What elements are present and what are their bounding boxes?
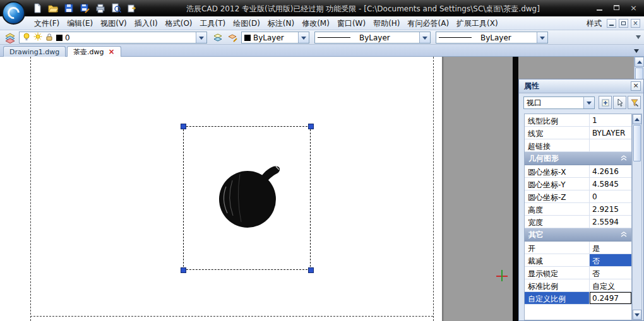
publish-icon[interactable] <box>126 3 138 14</box>
select-objects-button[interactable] <box>613 96 626 109</box>
property-value[interactable]: 2.5594 <box>590 216 631 228</box>
property-row-lineweight[interactable]: 线宽 BYLAYER <box>525 127 631 139</box>
plot-preview-icon[interactable] <box>110 3 122 14</box>
quick-select-button[interactable] <box>628 96 641 109</box>
collapse-icon[interactable] <box>620 155 628 161</box>
menu-item-insert[interactable]: 插入(I) <box>131 16 162 30</box>
new-file-icon[interactable] <box>32 3 43 14</box>
dropdown-arrow-icon[interactable] <box>537 32 547 43</box>
scroll-up-button[interactable] <box>633 114 641 124</box>
property-row-display-locked[interactable]: 显示锁定 否 <box>525 267 631 279</box>
plot-icon[interactable] <box>95 3 106 14</box>
menu-item-express-tools[interactable]: 扩展工具(X) <box>453 16 502 30</box>
property-value[interactable] <box>590 139 631 151</box>
scroll-up-button[interactable] <box>635 57 644 67</box>
object-type-combo[interactable]: 视口 <box>523 96 595 109</box>
scroll-down-button[interactable] <box>633 310 641 320</box>
section-header-geometry[interactable]: 几何图形 <box>525 152 631 165</box>
doc-close-button[interactable]: × <box>631 19 640 28</box>
maximize-button[interactable] <box>610 3 623 13</box>
property-value[interactable]: 自定义 <box>590 279 631 291</box>
tab-teapot[interactable]: 茶壶.dwg × <box>67 46 121 57</box>
drawing-canvas[interactable]: 属性 × 视口 <box>0 57 644 321</box>
menu-item-window[interactable]: 窗口(W) <box>333 16 369 30</box>
arrow-up-icon <box>635 115 640 121</box>
layer-on-bulb-icon[interactable] <box>22 32 31 43</box>
open-file-icon[interactable] <box>47 3 59 14</box>
property-row-hyperlink[interactable]: 超链接 <box>525 139 631 152</box>
menu-item-view[interactable]: 视图(V) <box>97 16 131 30</box>
app-logo-icon[interactable] <box>2 1 25 25</box>
menu-item-tools[interactable]: 工具(T) <box>196 16 230 30</box>
property-row-standard-scale[interactable]: 标准比例 自定义 <box>525 279 631 292</box>
grip-bottom-right[interactable] <box>308 267 314 273</box>
property-row-center-x[interactable]: 圆心坐标-X 4.2616 <box>525 165 631 178</box>
property-row-on[interactable]: 开 是 <box>525 242 631 254</box>
properties-panel-header[interactable]: 属性 × <box>519 79 643 93</box>
property-value[interactable]: 4.2616 <box>590 165 631 177</box>
collapse-icon[interactable] <box>620 231 628 238</box>
minimize-icon <box>597 9 602 11</box>
doc-minimize-button[interactable] <box>607 19 616 28</box>
menu-item-draw[interactable]: 绘图(D) <box>229 16 264 30</box>
tab-close-icon[interactable]: × <box>108 47 114 56</box>
panel-close-button[interactable]: × <box>631 81 641 91</box>
property-value[interactable]: 否 <box>590 267 631 279</box>
layer-states-button[interactable] <box>225 32 239 44</box>
menu-item-qa[interactable]: 有问必答(A) <box>404 16 453 30</box>
property-row-center-y[interactable]: 圆心坐标-Y 4.5845 <box>525 178 631 190</box>
property-value[interactable]: 4.5845 <box>590 178 631 190</box>
lineweight-combo-value: ByLayer <box>480 33 511 42</box>
dropdown-arrow-icon[interactable] <box>196 32 206 43</box>
make-object-layer-current-button[interactable] <box>211 32 224 44</box>
layer-freeze-sun-icon[interactable] <box>33 32 42 43</box>
save-as-icon[interactable] <box>79 3 90 14</box>
doc-restore-button[interactable] <box>619 19 628 28</box>
toolbar-overflow-icon[interactable] <box>636 35 641 42</box>
property-row-linetype-scale[interactable]: 线型比例 1 <box>525 114 631 127</box>
layer-lock-icon[interactable] <box>45 32 54 43</box>
property-value[interactable]: 2.9215 <box>590 203 631 215</box>
property-value-selected[interactable]: 否 <box>590 254 631 266</box>
dropdown-arrow-icon[interactable] <box>298 32 309 43</box>
menu-item-modify[interactable]: 修改(M) <box>298 16 333 30</box>
save-icon[interactable] <box>63 3 75 14</box>
menu-item-edit[interactable]: 编辑(E) <box>63 16 97 30</box>
property-row-width[interactable]: 宽度 2.5594 <box>525 216 631 228</box>
menu-item-format[interactable]: 格式(O) <box>162 16 196 30</box>
close-button[interactable]: × <box>627 3 640 13</box>
property-value[interactable]: 是 <box>590 242 631 254</box>
color-combo[interactable]: ByLayer <box>241 32 309 44</box>
menu-item-help[interactable]: 帮助(H) <box>369 16 403 30</box>
property-value[interactable]: 0 <box>590 190 631 202</box>
properties-panel: 属性 × 视口 <box>518 79 644 321</box>
tab-overflow-icon[interactable] <box>634 49 639 55</box>
dropdown-arrow-icon[interactable] <box>419 32 430 43</box>
lineweight-combo[interactable]: ByLayer <box>436 32 548 44</box>
grip-top-left[interactable] <box>181 124 186 129</box>
layer-manager-button[interactable] <box>3 32 16 44</box>
paper-margin-bottom <box>30 316 433 317</box>
property-row-height[interactable]: 高度 2.9215 <box>525 203 631 216</box>
property-value[interactable]: 1 <box>590 114 631 126</box>
menu-item-dimension[interactable]: 标注(N) <box>264 16 298 30</box>
grip-top-right[interactable] <box>308 124 314 129</box>
linetype-combo[interactable]: ByLayer <box>314 32 431 44</box>
grid-vertical-scrollbar[interactable] <box>632 114 642 320</box>
scrollbar-thumb[interactable] <box>633 125 641 161</box>
toggle-pickadd-button[interactable] <box>599 96 612 109</box>
property-row-center-z[interactable]: 圆心坐标-Z 0 <box>525 190 631 203</box>
minimize-button[interactable] <box>593 3 606 13</box>
section-header-other[interactable]: 其它 <box>525 228 631 242</box>
property-row-clipped[interactable]: 裁减 否 <box>525 254 631 267</box>
grip-bottom-left[interactable] <box>181 267 186 273</box>
layer-combo[interactable]: 0 <box>19 32 207 44</box>
property-row-custom-scale[interactable]: 自定义比例 <box>525 292 631 305</box>
menu-item-file[interactable]: 文件(F) <box>30 16 63 30</box>
dropdown-arrow-icon[interactable] <box>583 97 594 108</box>
teapot-drawing[interactable] <box>215 161 284 231</box>
property-label: 线型比例 <box>525 114 590 126</box>
tab-drawing1[interactable]: Drawing1.dwg <box>3 46 66 57</box>
custom-scale-input[interactable] <box>590 292 631 304</box>
property-value[interactable]: BYLAYER <box>590 127 631 139</box>
